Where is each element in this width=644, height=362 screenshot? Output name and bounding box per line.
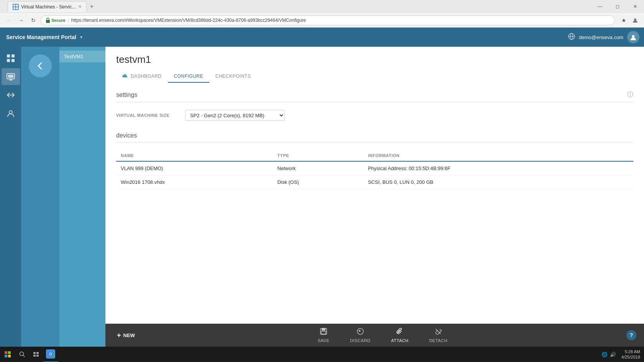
column-information: INFORMATION: [363, 150, 633, 161]
windows-taskbar: 🌐 🔊 5:28 AM 4/25/2018: [0, 347, 644, 362]
start-button[interactable]: [0, 347, 15, 362]
column-type: TYPE: [273, 150, 363, 161]
svg-rect-5: [46, 20, 50, 23]
table-row[interactable]: Win2016 1708.vhdx Disk (OS) SCSI, BUS 0,…: [116, 175, 633, 189]
attach-label: ATTACH: [391, 338, 408, 343]
svg-rect-29: [33, 352, 36, 354]
svg-rect-30: [36, 352, 39, 354]
table-row[interactable]: VLAN 999 (DEMO) Network Physical Address…: [116, 161, 633, 175]
system-time: 5:28 AM: [621, 349, 640, 354]
detach-label: DETACH: [429, 338, 447, 343]
svg-line-28: [23, 355, 25, 357]
devices-title: devices: [116, 132, 137, 139]
new-label: NEW: [123, 333, 135, 338]
svg-rect-32: [36, 355, 39, 357]
tab-dashboard[interactable]: DASHBOARD: [116, 70, 168, 83]
svg-point-36: [50, 353, 52, 355]
brand-chevron-icon[interactable]: ▾: [80, 34, 82, 40]
discard-button[interactable]: DISCARD: [345, 326, 375, 344]
new-tab-button[interactable]: +: [87, 1, 97, 12]
tab-dashboard-label: DASHBOARD: [131, 74, 162, 79]
bookmark-button[interactable]: ★: [619, 15, 629, 25]
tab-navigation: DASHBOARD CONFIGURE CHECKPOINTS: [116, 70, 633, 83]
back-button[interactable]: [29, 54, 52, 77]
cloud-icon: [122, 73, 128, 79]
tab-close-button[interactable]: ✕: [78, 4, 82, 9]
close-button[interactable]: ✕: [626, 0, 644, 13]
vm-size-label: VIRTUAL MACHINE SIZE: [116, 113, 177, 118]
bottom-toolbar: + NEW SAVE DISCARD: [105, 324, 644, 347]
vm-list-item-testvm1[interactable]: TestVM1: [59, 51, 105, 62]
svg-rect-3: [13, 7, 15, 9]
back-panel: [21, 47, 59, 347]
tab-checkpoints[interactable]: CHECKPOINTS: [209, 70, 257, 83]
chrome-taskbar-pin[interactable]: [43, 347, 58, 362]
vm-size-setting: VIRTUAL MACHINE SIZE SP2 - Gen2 (2 Core(…: [116, 110, 633, 121]
user-profile-button[interactable]: [630, 15, 640, 25]
discard-icon: [356, 328, 364, 337]
svg-rect-31: [33, 355, 36, 357]
settings-help-icon[interactable]: ⓘ: [627, 91, 633, 99]
minimize-button[interactable]: —: [591, 0, 609, 13]
task-view-button[interactable]: [29, 347, 43, 361]
devices-section-header: devices: [116, 132, 633, 143]
secondary-sidebar: TestVM1: [59, 47, 105, 347]
settings-section-header: settings ⓘ: [116, 91, 633, 102]
help-button[interactable]: ?: [626, 330, 636, 340]
svg-rect-11: [7, 54, 10, 57]
device-type-cell: Disk (OS): [273, 175, 363, 189]
sidebar-item-network[interactable]: [2, 87, 20, 103]
windows-logo: [5, 351, 11, 357]
attach-icon: [396, 328, 404, 337]
attach-button[interactable]: ATTACH: [386, 326, 413, 344]
column-name: NAME: [116, 150, 273, 161]
svg-rect-12: [12, 54, 15, 57]
vm-title: testvm1: [116, 54, 633, 66]
detach-button[interactable]: DETACH: [425, 326, 452, 344]
new-button[interactable]: + NEW: [113, 329, 139, 342]
network-tray-icon: 🌐: [601, 352, 608, 357]
svg-rect-14: [12, 59, 15, 62]
svg-point-21: [9, 111, 12, 114]
save-button[interactable]: SAVE: [313, 326, 334, 344]
top-navigation: Service Management Portal ▾ demo@enseva.…: [0, 28, 644, 47]
system-tray: 🌐 🔊 5:28 AM 4/25/2018: [598, 349, 644, 360]
device-name-cell: Win2016 1708.vhdx: [116, 175, 273, 189]
settings-title: settings: [116, 92, 137, 98]
svg-rect-16: [8, 75, 13, 78]
tab-configure[interactable]: CONFIGURE: [168, 70, 210, 83]
browser-tab[interactable]: Virtual Machines - Servic... ✕: [8, 1, 87, 12]
forward-nav-button[interactable]: →: [16, 15, 26, 25]
back-nav-button[interactable]: ←: [4, 15, 14, 25]
content-area: testvm1 DASHBOARD CONFIGURE CHECKPOINTS: [105, 47, 644, 347]
volume-tray-icon: 🔊: [610, 352, 616, 357]
plus-icon: +: [117, 331, 121, 339]
sidebar-icons: [0, 47, 21, 347]
refresh-nav-button[interactable]: ↻: [28, 15, 38, 25]
tab-checkpoints-label: CHECKPOINTS: [215, 74, 251, 79]
address-bar-text[interactable]: https://tenant.enseva.com/#Workspaces/VM…: [71, 18, 306, 23]
system-clock: 5:28 AM 4/25/2018: [621, 349, 640, 360]
vm-size-select[interactable]: SP2 - Gen2 (2 Core(s), 8192 MB) SP1 - Ge…: [185, 110, 285, 121]
portal-brand: Service Management Portal ▾: [0, 28, 89, 47]
svg-rect-13: [7, 59, 10, 62]
svg-point-10: [632, 35, 635, 38]
sidebar-item-vms[interactable]: [2, 68, 20, 85]
device-info-cell: Physical Address: 00:15:5D:4B:99:6F: [363, 161, 633, 175]
svg-rect-4: [16, 7, 18, 9]
svg-rect-24: [321, 331, 326, 334]
discard-label: DISCARD: [350, 338, 370, 343]
svg-rect-1: [13, 5, 15, 7]
user-avatar[interactable]: [627, 31, 639, 43]
tab-title: Virtual Machines - Servic...: [21, 4, 76, 10]
secure-badge: Secure: [46, 18, 66, 23]
tab-configure-label: CONFIGURE: [174, 74, 204, 79]
sidebar-item-users[interactable]: [2, 105, 20, 122]
taskbar-search-button[interactable]: [15, 347, 29, 361]
portal-title: Service Management Portal: [6, 34, 76, 40]
device-name-cell: VLAN 999 (DEMO): [116, 161, 273, 175]
user-email: demo@enseva.com: [579, 34, 623, 40]
restore-button[interactable]: ◻: [609, 0, 626, 13]
sidebar-item-dashboard[interactable]: [2, 50, 20, 67]
save-label: SAVE: [318, 338, 330, 343]
